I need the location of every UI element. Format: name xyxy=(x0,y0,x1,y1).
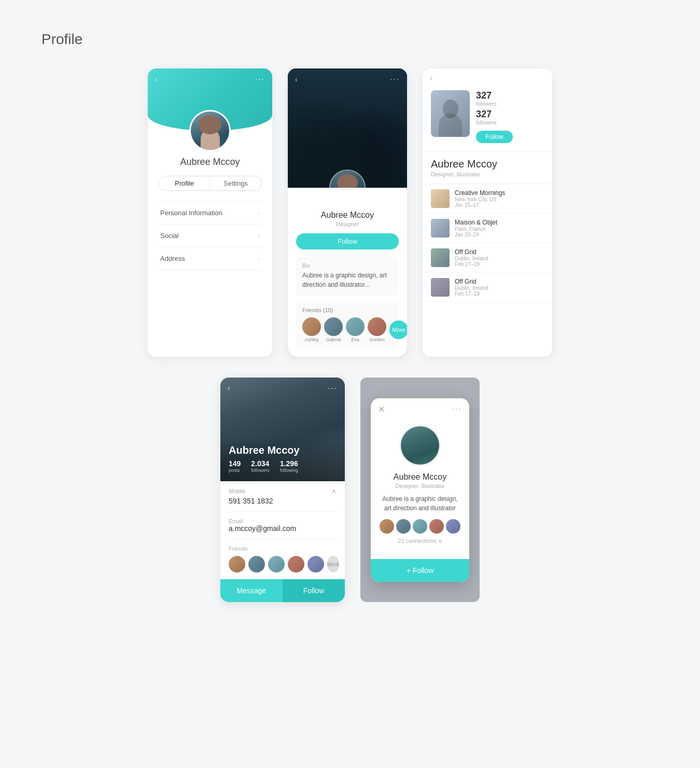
event-item[interactable]: Maison & Objet Paris, France Jan 20–24 xyxy=(423,214,552,243)
card4-stat-following: 1.296 following xyxy=(280,459,298,473)
follow-button[interactable]: Follow xyxy=(476,131,513,143)
card4-body: Mobile ∧ 591 351 1832 Email a.mccoy@gmai… xyxy=(220,481,345,579)
event-item[interactable]: Creative Mornings New York City, US Jan … xyxy=(423,184,552,214)
avatar xyxy=(189,110,231,151)
card5-follow-button[interactable]: + Follow xyxy=(371,559,469,582)
follow-button[interactable]: Follow xyxy=(283,579,345,602)
tab-settings[interactable]: Settings xyxy=(210,176,261,190)
collapse-icon[interactable]: ∧ xyxy=(332,487,337,495)
stat-label: followers xyxy=(476,101,544,107)
close-icon[interactable]: ✕ xyxy=(378,404,385,414)
avatar-wrap xyxy=(189,110,231,151)
back-icon[interactable]: ‹ xyxy=(228,384,230,393)
bottom-row: ‹ ··· Aubree Mccoy 149 posts 2.034 follo… xyxy=(41,378,659,602)
stat-num: 327 xyxy=(476,109,544,120)
card5-modal: ✕ ··· Aubree Mccoy Designer, Illustrator… xyxy=(371,398,469,582)
card3-info: 327 followers 327 followers Follow xyxy=(476,90,544,143)
tab-profile[interactable]: Profile xyxy=(159,176,210,190)
menu-dots-icon[interactable]: ··· xyxy=(328,384,338,393)
menu-label-social: Social xyxy=(160,232,178,240)
friend-name: Gordon xyxy=(368,337,386,342)
connections-label[interactable]: 23 connections ∨ xyxy=(379,538,461,544)
event-name: Creative Mornings xyxy=(455,189,544,197)
menu-item-personal[interactable]: Personal Information › xyxy=(158,202,262,225)
menu-label-address: Address xyxy=(160,255,185,262)
email-value: a.mccoy@gmail.com xyxy=(229,524,337,533)
card5-avatar-wrap xyxy=(371,421,469,472)
card4-overlay: Aubree Mccoy 149 posts 2.034 followers 1… xyxy=(220,436,345,481)
more-button[interactable]: More xyxy=(389,320,407,339)
friend-name: Gabriel xyxy=(324,337,343,342)
stat-number: 149 xyxy=(229,459,241,468)
friend-name: Eva xyxy=(346,337,365,342)
friends-row: More xyxy=(229,556,337,572)
back-icon[interactable]: ‹ xyxy=(430,74,432,82)
more-avatar-button[interactable]: More xyxy=(327,556,339,572)
card5-body: Aubree Mccoy Designer, Illustrator Aubre… xyxy=(371,472,469,559)
card2-role: Designer xyxy=(296,221,399,227)
connection-avatar xyxy=(446,519,460,534)
stat-followers-1: 327 followers xyxy=(476,90,544,107)
event-item[interactable]: Off Grid Dublin, Ireland Feb 17–19 xyxy=(423,243,552,273)
back-icon[interactable]: ‹ xyxy=(295,75,298,83)
chevron-down-icon: ∨ xyxy=(438,538,442,544)
card5-modal-wrap: ✕ ··· Aubree Mccoy Designer, Illustrator… xyxy=(360,378,480,602)
card5-name: Aubree Mccoy xyxy=(379,472,461,482)
friend-avatar xyxy=(324,317,343,336)
stat-label: followers xyxy=(476,120,544,125)
event-location: Dublin, Ireland xyxy=(455,285,544,291)
card3-name: Aubree Mccoy xyxy=(431,158,544,170)
menu-label-personal: Personal Information xyxy=(160,209,222,217)
follow-button[interactable]: Follow xyxy=(296,233,399,249)
event-name: Off Grid xyxy=(455,248,544,256)
event-item[interactable]: Off Grid Dublin, Ireland Feb 17–19 xyxy=(423,273,552,302)
card3-nav: ‹ xyxy=(423,68,552,82)
back-icon[interactable]: ‹ xyxy=(155,75,158,83)
menu-dots-icon[interactable]: ··· xyxy=(452,404,462,414)
page-title: Profile xyxy=(41,31,659,48)
card3-avatar xyxy=(431,90,470,137)
event-name: Off Grid xyxy=(455,278,544,285)
connection-avatar xyxy=(380,519,394,534)
stat-num: 327 xyxy=(476,90,544,101)
event-date: Jan 15–17 xyxy=(455,202,544,208)
bio-section: Bio Aubree is a graphic design, art dire… xyxy=(296,257,399,296)
friends-row: Ashley Gabriel Eva Gordon More xyxy=(302,317,393,342)
message-button[interactable]: Message xyxy=(220,579,283,602)
friend-item: Ashley xyxy=(302,317,321,342)
event-location: Dublin, Ireland xyxy=(455,256,544,261)
event-thumbnail xyxy=(431,189,450,208)
menu-item-address[interactable]: Address › xyxy=(158,247,262,270)
friend-avatar xyxy=(368,317,386,336)
friend-avatar xyxy=(302,317,321,336)
event-list: Creative Mornings New York City, US Jan … xyxy=(423,184,552,302)
menu-dots-icon[interactable]: ··· xyxy=(255,75,265,84)
card2-body: Aubree Mccoy Designer Follow Bio Aubree … xyxy=(288,188,407,357)
card4-friends: Friends More xyxy=(229,539,337,579)
event-info: Off Grid Dublin, Ireland Feb 17–19 xyxy=(455,248,544,267)
friend-name: Ashley xyxy=(302,337,321,342)
menu-item-social[interactable]: Social › xyxy=(158,225,262,247)
friend-avatar xyxy=(229,556,245,572)
card4-action-row: Message Follow xyxy=(220,579,345,602)
card4-name: Aubree Mccoy xyxy=(229,444,337,456)
event-thumbnail xyxy=(431,248,450,267)
friend-avatar xyxy=(248,556,265,572)
friend-avatar xyxy=(307,556,324,572)
friend-item: Eva xyxy=(346,317,365,342)
connection-avatar xyxy=(396,519,411,534)
card2-name: Aubree Mccoy xyxy=(296,211,399,220)
chevron-icon: › xyxy=(258,232,260,240)
menu-dots-icon[interactable]: ··· xyxy=(390,75,400,84)
stat-followers-2: 327 followers xyxy=(476,109,544,125)
card5-avatar-image xyxy=(401,426,439,465)
stat-number: 1.296 xyxy=(280,459,298,468)
card2-avatar xyxy=(329,170,366,188)
menu-list: Personal Information › Social › Address … xyxy=(158,201,262,270)
connection-avatar xyxy=(429,519,444,534)
card1-header: ‹ ··· xyxy=(148,68,272,131)
event-name: Maison & Objet xyxy=(455,219,544,226)
card2-header: ‹ ··· xyxy=(288,68,407,188)
card3-header: 327 followers 327 followers Follow xyxy=(423,82,552,152)
card4-stats: 149 posts 2.034 followers 1.296 followin… xyxy=(229,459,337,473)
